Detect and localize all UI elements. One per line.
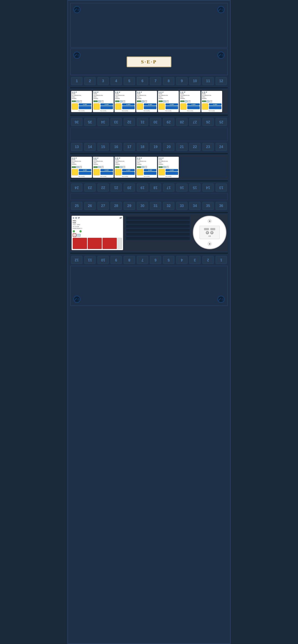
mb-neutral-pole[interactable] — [117, 238, 122, 249]
kite-mark-icon: K — [73, 233, 76, 237]
num-5r: 5 — [163, 256, 174, 264]
ema-1: EMAEUR — [80, 100, 82, 103]
rcm-footer-2: Test monthly — [93, 110, 113, 112]
num-1r: 1 — [216, 256, 227, 264]
spacer-mid2 — [70, 194, 228, 200]
num-33f: 33 — [176, 202, 188, 210]
spacer-mid — [70, 128, 228, 141]
rcm-device-1: S·E·P RCM21P+N/B16/0.03A240V~50/60Hz E00… — [71, 91, 92, 112]
num-10: 10 — [189, 77, 200, 85]
num-36f: 36 — [216, 202, 227, 210]
num-20: 20 — [163, 143, 174, 151]
num-17: 17 — [124, 143, 135, 151]
sep-logo-text: S·E·P — [141, 59, 157, 65]
smoke-detector: ⊕ ○ ○ CE ⊕ — [193, 216, 226, 249]
num-9r: 9 — [110, 256, 122, 264]
rcm-device-5: S·E·P RCM21P+N/B16/0.03A240V~50/60Hz E00… — [158, 91, 179, 112]
screw-logo-left: ⊘ — [73, 52, 81, 59]
rcm-empty-space — [180, 157, 227, 178]
rcm-yellow-1[interactable] — [72, 104, 78, 110]
number-row-top-rev: 36 35 34 33 32 31 30 29 28 27 26 25 — [70, 117, 228, 127]
mb-pole-3[interactable] — [102, 238, 117, 249]
sd-circle-2: ○ — [210, 231, 213, 234]
num-35f: 35 — [203, 202, 214, 210]
cable-slot-2 — [126, 220, 190, 224]
green-dot-1 — [73, 230, 75, 232]
sd-rect-1 — [204, 228, 209, 230]
rcm-footer-m5: Test monthly — [159, 176, 178, 177]
mb-pole-2[interactable] — [88, 238, 102, 249]
mb-brand: S·E·P — [73, 217, 80, 219]
num-1: 1 — [71, 77, 82, 85]
num-33r: 33 — [110, 118, 122, 126]
num-36r: 36 — [71, 118, 82, 126]
rcm-device-3: S·E·P RCM21P+N/B16/0.03A240V~50/60Hz E00… — [114, 91, 135, 112]
mb-indicators — [73, 230, 122, 232]
num-27r: 27 — [189, 118, 200, 126]
rcm-footer-3: Test monthly — [115, 110, 135, 112]
num-20r: 20 — [124, 184, 135, 192]
num-31f: 31 — [150, 202, 161, 210]
electrical-panel: ⊘ ⊘ ⊘ ⊘ S·E·P 1 2 3 4 5 6 7 8 9 10 11 12 — [67, 0, 231, 644]
num-15: 15 — [98, 143, 109, 151]
num-34f: 34 — [189, 202, 200, 210]
rcm-footer-5: Test monthly — [159, 110, 178, 112]
num-8r: 8 — [124, 256, 135, 264]
num-16r: 16 — [176, 184, 188, 192]
num-11r: 11 — [84, 256, 95, 264]
mb-pole-assembly — [73, 238, 122, 249]
num-30f: 30 — [137, 202, 148, 210]
num-32f: 32 — [163, 202, 174, 210]
num-3: 3 — [98, 77, 109, 85]
rcm-off-1[interactable]: O·OFF — [79, 104, 91, 106]
mb-certifications: K CE — [73, 233, 122, 237]
sep-logo: S·E·P — [127, 56, 171, 67]
top-section: ⊘ ⊘ — [70, 3, 228, 48]
num-14: 14 — [84, 143, 95, 151]
num-23: 23 — [203, 143, 214, 151]
num-18r: 18 — [150, 184, 161, 192]
rcm-body-1: O·OFF — [72, 104, 91, 110]
num-26f: 26 — [84, 202, 95, 210]
num-2r: 2 — [203, 256, 214, 264]
rcm-device-m3: S·E·P RCM21P+N/B16/0.03A240V~53/60Hz E00… — [114, 157, 135, 178]
screw-top-left: ⊘ — [73, 6, 81, 13]
rcm-device-m2: S·E·P RCM21P+N/B16/0.03A240V~53/60Hz E00… — [93, 157, 114, 178]
rcm-right-1: O·OFF — [79, 104, 91, 110]
mb-pole-1[interactable] — [73, 238, 87, 249]
wire-bar-2 — [70, 114, 228, 116]
num-11: 11 — [203, 77, 214, 85]
num-22: 22 — [189, 143, 200, 151]
number-row-top-fwd: 1 2 3 4 5 6 7 8 9 10 11 12 — [70, 76, 228, 86]
num-31r: 31 — [137, 118, 148, 126]
rcm-footer-7: Test monthly — [202, 110, 221, 112]
num-22r: 22 — [98, 184, 109, 192]
rcm-device-m4: S·E·P RCM21P+N/B16/0.03A240V~53/60Hz E00… — [136, 157, 157, 178]
num-23r: 23 — [84, 184, 95, 192]
rcm-footer-1: Test monthly — [72, 110, 91, 112]
num-28r: 28 — [176, 118, 188, 126]
rcm-footer-m4: Test monthly — [137, 176, 156, 177]
num-18: 18 — [137, 143, 148, 151]
wire-bar-3 — [70, 152, 228, 155]
num-19r: 19 — [137, 184, 148, 192]
num-4: 4 — [110, 77, 122, 85]
wire-bar-1 — [70, 86, 228, 89]
sd-slot-mid: ○ ○ — [206, 231, 213, 234]
rcm-device-m5: S·E·P RCM21P+N/B16/0.03A240V~53/60Hz E00… — [158, 157, 179, 178]
mb-current: 63A — [73, 222, 122, 224]
sd-bottom-icon: ⊕ — [208, 242, 212, 246]
num-7: 7 — [150, 77, 161, 85]
number-row-mid-rev: 24 23 22 21 20 19 18 17 16 15 14 13 — [70, 183, 228, 192]
ce-1: CE — [76, 100, 79, 102]
num-34r: 34 — [98, 118, 109, 126]
num-4r: 4 — [176, 256, 188, 264]
num-12: 12 — [216, 77, 227, 85]
sd-rect-2 — [210, 228, 215, 230]
rcm-footer-m3: Test monthly — [115, 176, 135, 177]
sd-slot-top — [204, 228, 215, 230]
num-16: 16 — [110, 143, 122, 151]
green-dot-2 — [79, 230, 82, 232]
num-25f: 25 — [71, 202, 82, 210]
cable-slots — [125, 216, 191, 241]
